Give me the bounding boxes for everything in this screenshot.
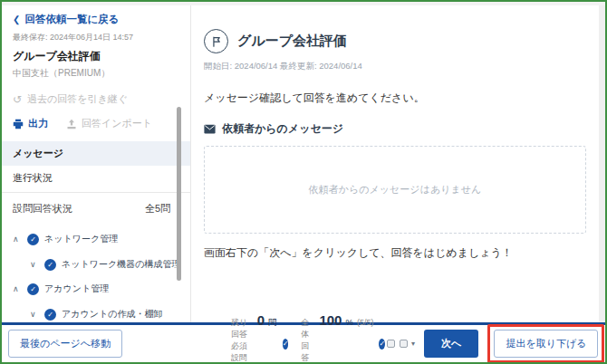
tree-item-account-management[interactable]: ∧ ✓ アカウント管理 [13,283,190,296]
envelope-icon [204,124,216,134]
next-button[interactable]: 次へ [424,330,478,358]
main-panel: グループ会社評価 開始日: 2024/06/14 最終更新: 2024/06/1… [191,5,599,326]
menu-item-messages[interactable]: メッセージ [2,141,190,166]
restore-icon: ↺ [13,93,22,106]
back-to-request-list-link[interactable]: ❮ 回答依頼一覧に戻る [13,13,178,26]
question-tree: ∧ ✓ ネットワーク管理 ∨ ✓ ネットワーク機器の構成管理 ∧ ✓ アカウント… [2,233,190,326]
survey-dates: 開始日: 2024/06/14 最終更新: 2024/06/14 [204,61,586,72]
tree-item-network-management[interactable]: ∧ ✓ ネットワーク管理 [13,233,190,246]
check-circle-icon: ✓ [379,339,385,350]
remaining-required-unit: 問 [268,317,277,329]
company-name: 中国支社（PREMIUM） [13,67,178,80]
sidebar: ❮ 回答依頼一覧に戻る 最終保存: 2024年06月14日 14:57 グループ… [2,5,191,326]
back-link-label: 回答依頼一覧に戻る [24,13,119,26]
last-saved-timestamp: 最終保存: 2024年06月14日 14:57 [13,32,178,43]
export-label: 出力 [28,117,48,130]
app-window: ❮ 回答依頼一覧に戻る 最終保存: 2024年06月14日 14:57 グループ… [0,0,607,364]
carry-over-label: 過去の回答を引き継ぐ [27,92,128,106]
flag-icon [204,29,228,53]
overall-rate-unit: % [345,317,352,327]
overall-rate-fraction: (5/5) [357,318,374,327]
question-status-label: 設問回答状況 [13,202,72,216]
import-label: 回答インポート [82,117,152,130]
sidebar-survey-title: グループ会社評価 [13,49,178,64]
next-step-hint: 画面右下の「次へ」をクリックして、回答をはじめましょう！ [204,245,586,261]
answer-stats: 残り回答必須設問 0 問 ✓ 全体回答率 100 % (5/5) ✓ [231,312,387,364]
upload-icon [66,119,77,129]
printer-icon [13,119,24,129]
requester-message-heading: 依頼者からのメッセージ [222,121,343,137]
sidebar-scrollbar[interactable] [177,107,181,281]
requester-message-box: 依頼者からのメッセージはありません [204,146,586,234]
question-total-count: 全5問 [145,202,170,216]
check-circle-icon: ✓ [44,259,56,271]
menu-item-progress[interactable]: 進行状況 [2,166,190,190]
page-title: グループ会社評価 [237,33,347,50]
caret-down-icon: ▾ [411,340,415,348]
export-button[interactable]: 出力 [13,117,48,130]
overall-rate-label: 全体回答率 [301,317,313,364]
check-circle-icon: ✓ [27,234,39,245]
display-mode-dropdown[interactable]: ▾ [387,340,415,348]
chevron-up-icon: ∧ [13,233,22,245]
chevron-down-icon: ∨ [30,258,39,271]
carry-over-answers-button[interactable]: ↺ 過去の回答を引き継ぐ [13,92,178,106]
back-chevron-icon: ❮ [13,14,20,24]
chevron-down-icon: ∨ [30,308,39,321]
check-circle-icon: ✓ [27,283,39,295]
chevron-up-icon: ∧ [13,283,22,295]
instruction-text: メッセージ確認して回答を進めてください。 [204,91,586,106]
remaining-required-label: 残り回答必須設問 [231,317,252,364]
empty-message-text: 依頼者からのメッセージはありません [309,183,481,196]
remaining-required-value: 0 [257,312,265,328]
withdraw-submission-button[interactable]: 提出を取り下げる [494,330,598,358]
page-view-icon [387,340,395,348]
go-last-page-button[interactable]: 最後のページへ移動 [8,330,122,358]
red-annotation-box: 提出を取り下げる [487,324,604,363]
check-circle-icon: ✓ [283,339,289,350]
footer-bar: 最後のページへ移動 残り回答必須設問 0 問 ✓ 全体回答率 100 % (5/… [2,322,605,362]
page-scrollbar-track[interactable] [599,5,605,326]
answer-import-button[interactable]: 回答インポート [66,117,152,130]
page-view-icon [400,340,408,348]
tree-item-account-creation[interactable]: ∨ ✓ アカウントの作成・棚卸 [13,308,190,321]
tree-item-network-device-config[interactable]: ∨ ✓ ネットワーク機器の構成管理 [13,258,190,272]
overall-rate-value: 100 [319,312,342,328]
sidebar-menu: メッセージ 進行状況 [2,141,190,190]
check-circle-icon: ✓ [44,309,56,321]
